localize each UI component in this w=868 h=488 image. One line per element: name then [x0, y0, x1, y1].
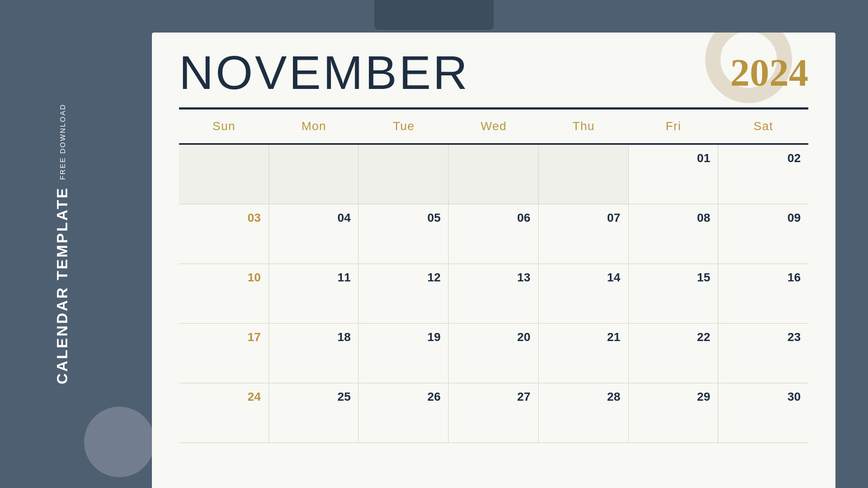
- calendar-cell: 11: [269, 264, 359, 324]
- calendar-cell: 07: [539, 204, 629, 264]
- calendar-cell: 08: [629, 204, 719, 264]
- calendar-cell: 29: [629, 383, 719, 443]
- cell-date-number: 19: [427, 330, 441, 344]
- cell-date-number: 21: [607, 330, 620, 344]
- day-header-wed: Wed: [449, 110, 539, 143]
- calendar-cell: 02: [718, 145, 808, 204]
- calendar-cell: [179, 145, 269, 204]
- decorative-circle-bottom-left: [84, 407, 155, 477]
- calendar-grid: 0102030405060708091011121314151617181920…: [179, 145, 808, 443]
- cell-date-number: 17: [247, 330, 260, 344]
- calendar-cell: 12: [359, 264, 449, 324]
- cell-date-number: 25: [337, 390, 350, 404]
- cell-date-number: 07: [607, 211, 620, 225]
- day-header-mon: Mon: [269, 110, 359, 143]
- cell-date-number: 26: [427, 390, 441, 404]
- calendar-cell: 03: [179, 204, 269, 264]
- cell-date-number: 22: [697, 330, 710, 344]
- calendar-cell: 30: [718, 383, 808, 443]
- cell-date-number: 05: [427, 211, 441, 225]
- calendar-cell: [449, 145, 539, 204]
- sidebar-free-download-label: FREE DOWNLOAD: [59, 104, 67, 180]
- background-tab: [374, 0, 494, 30]
- month-title: NOVEMBER: [179, 49, 470, 97]
- calendar-cell: 13: [449, 264, 539, 324]
- calendar-cell: 20: [449, 324, 539, 383]
- year-title: 2024: [730, 53, 808, 97]
- cell-date-number: 01: [697, 151, 710, 165]
- cell-date-number: 09: [788, 211, 801, 225]
- calendar-cell: 26: [359, 383, 449, 443]
- day-header-tue: Tue: [359, 110, 449, 143]
- cell-date-number: 13: [517, 271, 530, 285]
- cell-date-number: 16: [788, 271, 801, 285]
- calendar-cell: 14: [539, 264, 629, 324]
- calendar-cell: 16: [718, 264, 808, 324]
- cell-date-number: 06: [517, 211, 530, 225]
- sidebar-calendar-template-label: CALENDAR TEMPLATE: [54, 187, 71, 384]
- calendar-cell: 24: [179, 383, 269, 443]
- cell-date-number: 29: [697, 390, 710, 404]
- calendar-cell: 05: [359, 204, 449, 264]
- calendar-cell: 10: [179, 264, 269, 324]
- cell-date-number: 14: [607, 271, 620, 285]
- calendar-cell: 28: [539, 383, 629, 443]
- cell-date-number: 12: [427, 271, 441, 285]
- calendar-cell: 17: [179, 324, 269, 383]
- cell-date-number: 27: [517, 390, 530, 404]
- day-header-sun: Sun: [179, 110, 269, 143]
- day-header-thu: Thu: [539, 110, 629, 143]
- calendar-cell: [539, 145, 629, 204]
- day-headers-row: Sun Mon Tue Wed Thu Fri Sat: [179, 110, 808, 145]
- cell-date-number: 20: [517, 330, 530, 344]
- cell-date-number: 04: [337, 211, 350, 225]
- calendar-cell: [359, 145, 449, 204]
- calendar-cell: 09: [718, 204, 808, 264]
- calendar-cell: 19: [359, 324, 449, 383]
- calendar-cell: 22: [629, 324, 719, 383]
- cell-date-number: 02: [788, 151, 801, 165]
- cell-date-number: 03: [247, 211, 260, 225]
- calendar-cell: 04: [269, 204, 359, 264]
- calendar-cell: 23: [718, 324, 808, 383]
- calendar-container: NOVEMBER 2024 Sun Mon Tue Wed Thu Fri Sa…: [152, 33, 835, 488]
- cell-date-number: 10: [247, 271, 260, 285]
- calendar-cell: 25: [269, 383, 359, 443]
- calendar-cell: 21: [539, 324, 629, 383]
- cell-date-number: 11: [337, 271, 350, 285]
- cell-date-number: 08: [697, 211, 710, 225]
- calendar-cell: [269, 145, 359, 204]
- cell-date-number: 30: [788, 390, 801, 404]
- calendar-cell: 27: [449, 383, 539, 443]
- calendar-header: NOVEMBER 2024: [152, 33, 835, 107]
- day-header-fri: Fri: [629, 110, 719, 143]
- calendar-cell: 01: [629, 145, 719, 204]
- calendar-cell: 18: [269, 324, 359, 383]
- calendar-cell: 15: [629, 264, 719, 324]
- cell-date-number: 24: [247, 390, 260, 404]
- cell-date-number: 23: [788, 330, 801, 344]
- cell-date-number: 15: [697, 271, 710, 285]
- cell-date-number: 28: [607, 390, 620, 404]
- cell-date-number: 18: [337, 330, 350, 344]
- day-header-sat: Sat: [718, 110, 808, 143]
- calendar-cell: 06: [449, 204, 539, 264]
